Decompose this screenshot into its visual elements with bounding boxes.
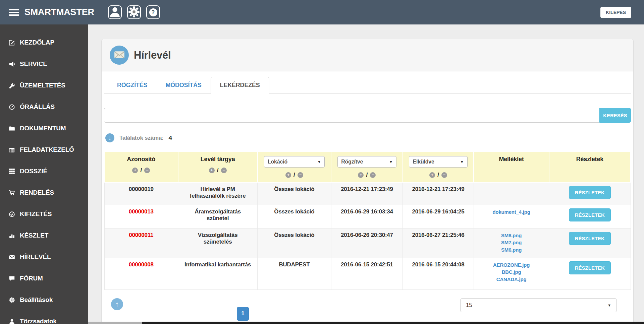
cell-attachments: AEROZONE.jpg BBC.jpg CANADA.jpg xyxy=(474,258,549,289)
check-circle-icon xyxy=(9,211,15,217)
details-button[interactable]: RÉSZLETEK xyxy=(569,261,611,274)
sort-ascending-icon[interactable]: + xyxy=(132,168,138,173)
search-button[interactable]: KERESÉS xyxy=(599,108,631,123)
sort-descending-icon[interactable]: − xyxy=(441,172,447,178)
elkuldve-filter-select[interactable]: Elküldve ▼ xyxy=(409,156,467,168)
column-header-rogzitve: Rögzítve ▼ + / − xyxy=(331,151,402,182)
column-header-reszletek: Részletek xyxy=(549,151,631,182)
sidebar-item-hirlevel[interactable]: HÍRLEVÉL xyxy=(0,246,88,268)
megaphone-icon xyxy=(9,61,15,67)
panel-header: Hírlevél xyxy=(102,39,633,71)
results-count: 4 xyxy=(169,134,172,142)
attachment-link[interactable]: AEROZONE.jpg xyxy=(477,261,546,269)
cell-location: BUDAPEST xyxy=(258,258,331,289)
column-header-azonosito: Azonosító + / − xyxy=(104,151,178,182)
sidebar-item-label: HÍRLEVÉL xyxy=(20,253,51,261)
results-label: Találatok száma: xyxy=(119,135,164,141)
search-input[interactable] xyxy=(104,108,599,123)
sort-descending-icon[interactable]: − xyxy=(298,172,303,178)
sidebar-item-dosszie[interactable]: DOSSZIÉ xyxy=(0,160,88,182)
details-button[interactable]: RÉSZLETEK xyxy=(569,208,611,221)
results-row: ↓ Találatok száma: 4 xyxy=(104,133,631,142)
sidebar-item-label: DOSSZIÉ xyxy=(20,168,47,175)
cell-subject: Hírlevél a PM felhasználólk részére xyxy=(178,182,258,205)
sidebar-item-label: SERVICE xyxy=(20,60,47,68)
back-to-top-arrow-icon[interactable]: ↑ xyxy=(111,298,123,310)
cell-sent: 2016-06-15 20:44:08 xyxy=(403,258,474,289)
sidebar-item-service[interactable]: SERVICE xyxy=(0,53,88,75)
page-size-select[interactable]: 15 ▼ xyxy=(460,298,617,312)
sort-ascending-icon[interactable]: + xyxy=(285,172,291,178)
chevron-down-icon: ▼ xyxy=(389,160,393,164)
attachment-link[interactable]: dokument_4.jpg xyxy=(477,208,546,216)
details-button[interactable]: RÉSZLETEK xyxy=(569,232,611,245)
sidebar-item-kifizetes[interactable]: KIFIZETÉS xyxy=(0,203,88,225)
sidebar-item-torzsadatok[interactable]: Törzsadatok xyxy=(0,311,88,324)
list-footer: ↑ 1 15 ▼ xyxy=(104,298,631,324)
attachment-link[interactable]: SM7.png xyxy=(477,239,546,246)
calendar-icon xyxy=(9,147,15,153)
panel-body: RÖGZÍTÉS MÓDOSÍTÁS LEKÉRDEZÉS KERESÉS ↓ … xyxy=(102,71,633,324)
rogzitve-filter-select[interactable]: Rögzítve ▼ xyxy=(337,156,396,168)
attachment-link[interactable]: SM8.png xyxy=(477,232,546,239)
help-button[interactable]: ? xyxy=(146,5,160,19)
sort-controls: + / − xyxy=(260,171,329,179)
sidebar-item-kezdolap[interactable]: KEZDŐLAP xyxy=(0,32,88,53)
lokacio-filter-select[interactable]: Lokáció ▼ xyxy=(264,156,325,168)
cell-attachments: dokument_4.jpg xyxy=(474,205,549,228)
sort-ascending-icon[interactable]: + xyxy=(358,172,364,178)
attachment-link[interactable]: SM6.png xyxy=(477,246,546,254)
page-size-value: 15 xyxy=(466,302,472,309)
attachment-link[interactable]: CANADA.jpg xyxy=(477,276,546,283)
sidebar-item-feladatkezelo[interactable]: FELADATKEZELŐ xyxy=(0,139,88,160)
newsletter-envelope-icon xyxy=(110,46,129,65)
cell-id: 00000008 xyxy=(104,258,178,289)
tab-lekerdezes[interactable]: LEKÉRDEZÉS xyxy=(211,77,269,94)
table-row: 00000019 Hírlevél a PM felhasználólk rés… xyxy=(104,182,631,205)
cell-recorded: 2016-06-15 20:42:51 xyxy=(331,258,402,289)
sort-ascending-icon[interactable]: + xyxy=(429,172,435,178)
collapse-arrow-down-icon[interactable]: ↓ xyxy=(105,133,114,142)
sort-descending-icon[interactable]: − xyxy=(370,172,376,178)
sidebar-item-label: FÓRUM xyxy=(20,275,43,282)
sidebar-item-oraallas[interactable]: ÓRAÁLLÁS xyxy=(0,96,88,118)
sidebar-item-beallitasok[interactable]: Beállítások xyxy=(0,289,88,311)
gear-icon xyxy=(9,297,15,303)
sidebar-item-uzemeltetes[interactable]: ÜZEMELTETÉS xyxy=(0,75,88,96)
cell-sent: 2016-06-27 21:25:46 xyxy=(403,228,474,258)
cell-details: RÉSZLETEK xyxy=(549,258,631,289)
pagination-page-1[interactable]: 1 xyxy=(237,307,249,321)
tab-rogzites[interactable]: RÖGZÍTÉS xyxy=(108,77,156,93)
sort-descending-icon[interactable]: − xyxy=(144,168,150,173)
topbar-icons: ? xyxy=(108,5,160,19)
tabs: RÖGZÍTÉS MÓDOSÍTÁS LEKÉRDEZÉS xyxy=(104,75,631,94)
sidebar-item-label: FELADATKEZELŐ xyxy=(20,146,74,153)
cell-sent: 2016-06-29 16:04:25 xyxy=(403,205,474,228)
logout-button[interactable]: KILÉPÉS xyxy=(600,7,631,18)
settings-button[interactable] xyxy=(127,5,141,19)
sort-ascending-icon[interactable]: + xyxy=(209,168,215,173)
tab-modositas[interactable]: MÓDOSÍTÁS xyxy=(156,77,210,93)
cell-details: RÉSZLETEK xyxy=(549,205,631,228)
newsletter-panel: Hírlevél RÖGZÍTÉS MÓDOSÍTÁS LEKÉRDEZÉS K… xyxy=(101,39,634,324)
user-icon xyxy=(9,318,15,324)
scrollbar-thumb[interactable] xyxy=(142,322,644,324)
table-row: 00000011 Vízszolgáltatás szünetelés Össz… xyxy=(104,228,631,258)
profile-button[interactable] xyxy=(108,5,122,19)
attachment-link[interactable]: BBC.jpg xyxy=(477,268,546,276)
sidebar-item-rendeles[interactable]: RENDELÉS xyxy=(0,182,88,203)
gauge-icon xyxy=(9,104,15,110)
chevron-down-icon: ▼ xyxy=(460,160,464,164)
cell-recorded: 2016-06-26 20:30:47 xyxy=(331,228,402,258)
sort-descending-icon[interactable]: − xyxy=(221,168,227,173)
menu-icon[interactable] xyxy=(9,8,19,17)
folder-icon xyxy=(9,125,15,132)
details-button[interactable]: RÉSZLETEK xyxy=(569,186,611,199)
sidebar-item-keszlet[interactable]: KÉSZLET xyxy=(0,225,88,246)
sidebar-item-dokumentum[interactable]: DOKUMENTUM xyxy=(0,118,88,139)
cell-recorded: 2016-12-21 17:23:49 xyxy=(331,182,402,205)
sidebar-item-forum[interactable]: FÓRUM xyxy=(0,268,88,289)
cell-sent: 2016-12-21 17:23:49 xyxy=(403,182,474,205)
sidebar-item-label: DOKUMENTUM xyxy=(20,125,66,132)
chevron-down-icon: ▼ xyxy=(607,303,611,307)
